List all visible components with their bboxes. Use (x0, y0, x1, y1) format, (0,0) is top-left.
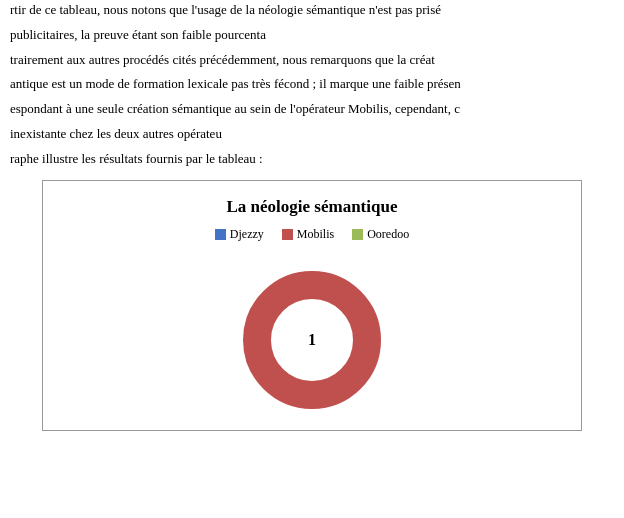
legend-item-djezzy: Djezzy (215, 227, 264, 242)
text-line-7: raphe illustre les résultats fournis par… (10, 149, 614, 170)
legend-label-mobilis: Mobilis (297, 227, 334, 242)
donut-chart-area: 1 (63, 260, 561, 420)
text-line-1: rtir de ce tableau, nous notons que l'us… (10, 0, 614, 21)
legend-item-ooredoo: Ooredoo (352, 227, 409, 242)
text-line-6: inexistante chez les deux autres opérate… (10, 124, 614, 145)
legend-label-djezzy: Djezzy (230, 227, 264, 242)
text-line-2: publicitaires, la preuve étant son faibl… (10, 25, 614, 46)
legend-color-ooredoo (352, 229, 363, 240)
page: rtir de ce tableau, nous notons que l'us… (0, 0, 624, 431)
text-line-3: trairement aux autres procédés cités pré… (10, 50, 614, 71)
donut-center-label: 1 (308, 331, 316, 348)
legend-color-djezzy (215, 229, 226, 240)
donut-svg: 1 (232, 260, 392, 420)
legend-item-mobilis: Mobilis (282, 227, 334, 242)
chart-legend: Djezzy Mobilis Ooredoo (63, 227, 561, 242)
legend-label-ooredoo: Ooredoo (367, 227, 409, 242)
text-line-4: antique est un mode de formation lexical… (10, 74, 614, 95)
legend-color-mobilis (282, 229, 293, 240)
text-line-5: espondant à une seule création sémantiqu… (10, 99, 614, 120)
chart-container: La néologie sémantique Djezzy Mobilis Oo… (42, 180, 582, 431)
chart-title: La néologie sémantique (63, 197, 561, 217)
text-block: rtir de ce tableau, nous notons que l'us… (10, 0, 614, 170)
